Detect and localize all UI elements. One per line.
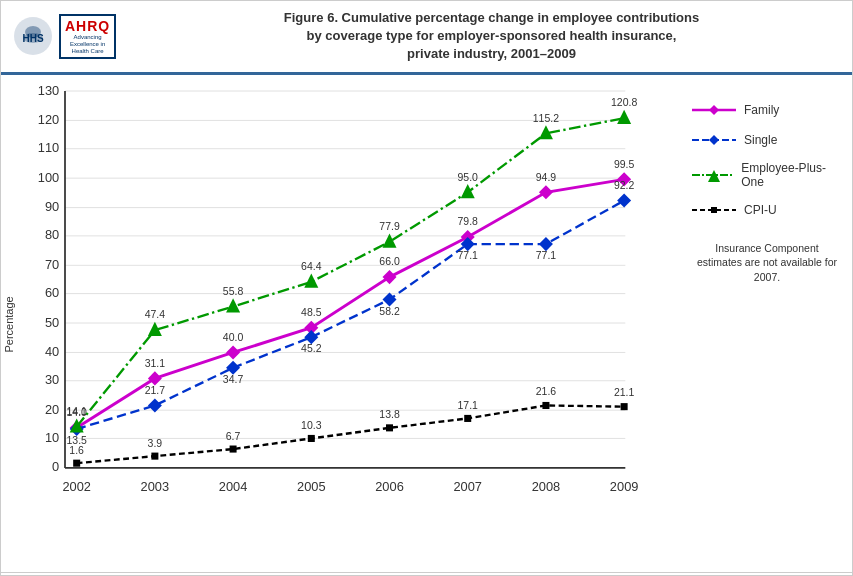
svg-rect-91 (386, 424, 393, 431)
svg-text:21.7: 21.7 (145, 383, 166, 395)
legend-single: Single (692, 131, 842, 149)
svg-text:77.9: 77.9 (379, 219, 400, 231)
legend-cpiu: CPI-U (692, 201, 842, 219)
legend-area: Family Single (682, 81, 852, 569)
svg-rect-94 (621, 403, 628, 410)
footer: Source: Center for Financing, Access, an… (1, 572, 852, 576)
svg-text:77.1: 77.1 (458, 249, 479, 261)
svg-rect-92 (464, 414, 471, 421)
header: HHS AHRQ AdvancingExcellence inHealth Ca… (1, 1, 852, 75)
svg-text:95.0: 95.0 (458, 170, 479, 182)
svg-text:2002: 2002 (62, 479, 91, 494)
svg-text:20: 20 (45, 401, 59, 416)
svg-text:40: 40 (45, 344, 59, 359)
svg-marker-108 (709, 135, 719, 145)
svg-marker-78 (617, 109, 631, 123)
svg-marker-62 (617, 193, 631, 207)
insurance-note: Insurance Component estimates are not av… (692, 241, 842, 285)
svg-text:60: 60 (45, 285, 59, 300)
svg-marker-41 (226, 345, 240, 359)
svg-text:0: 0 (52, 459, 59, 474)
svg-text:21.6: 21.6 (536, 384, 557, 396)
svg-text:6.7: 6.7 (226, 429, 241, 441)
y-axis-label: Percentage (1, 81, 21, 569)
legend-cpiu-label: CPI-U (744, 203, 777, 217)
svg-text:120: 120 (38, 111, 59, 126)
chart-svg: 0 10 20 30 40 50 60 70 80 90 100 110 120… (65, 91, 672, 539)
chart-plot: 0 10 20 30 40 50 60 70 80 90 100 110 120… (21, 81, 682, 569)
svg-text:47.4: 47.4 (145, 308, 166, 320)
legend-cpiu-line-icon (692, 201, 736, 219)
svg-text:94.9: 94.9 (536, 170, 557, 182)
svg-rect-88 (151, 452, 158, 459)
svg-text:14.1: 14.1 (66, 404, 87, 416)
svg-text:2009: 2009 (610, 479, 639, 494)
svg-text:17.1: 17.1 (458, 399, 479, 411)
svg-rect-89 (230, 445, 237, 452)
legend-family-label: Family (744, 103, 779, 117)
svg-rect-90 (308, 434, 315, 441)
svg-text:115.2: 115.2 (533, 111, 559, 123)
chart-inner: 0 10 20 30 40 50 60 70 80 90 100 110 120… (21, 81, 852, 569)
svg-text:2003: 2003 (141, 479, 170, 494)
svg-text:13.8: 13.8 (379, 408, 400, 420)
svg-text:80: 80 (45, 227, 59, 242)
svg-text:77.1: 77.1 (536, 249, 557, 261)
svg-point-3 (23, 33, 43, 43)
legend-single-label: Single (744, 133, 777, 147)
svg-marker-106 (709, 105, 719, 115)
svg-text:34.7: 34.7 (223, 373, 244, 385)
svg-text:110: 110 (38, 140, 59, 155)
svg-text:79.8: 79.8 (458, 215, 479, 227)
svg-rect-112 (711, 207, 717, 213)
svg-marker-76 (461, 184, 475, 198)
svg-text:92.2: 92.2 (614, 178, 635, 190)
svg-text:10.3: 10.3 (301, 419, 322, 431)
svg-text:70: 70 (45, 256, 59, 271)
legend-family-line-icon (692, 101, 736, 119)
legend-epo-line-icon (692, 166, 733, 184)
svg-text:90: 90 (45, 199, 59, 214)
svg-text:30: 30 (45, 372, 59, 387)
svg-text:100: 100 (38, 169, 59, 184)
svg-text:2005: 2005 (297, 479, 326, 494)
svg-text:45.2: 45.2 (301, 342, 322, 354)
svg-rect-87 (73, 459, 80, 466)
legend-epo-label: Employee-Plus-One (741, 161, 842, 189)
svg-text:2006: 2006 (375, 479, 404, 494)
svg-text:64.4: 64.4 (301, 260, 322, 272)
svg-text:58.2: 58.2 (379, 304, 400, 316)
svg-text:50: 50 (45, 314, 59, 329)
svg-text:31.1: 31.1 (145, 356, 166, 368)
legend-family: Family (692, 101, 842, 119)
svg-text:120.8: 120.8 (611, 96, 637, 108)
hhs-logo-icon: HHS (13, 16, 53, 56)
logo-area: HHS AHRQ AdvancingExcellence inHealth Ca… (13, 14, 143, 60)
ahrq-tagline: AdvancingExcellence inHealth Care (70, 34, 105, 56)
page-container: HHS AHRQ AdvancingExcellence inHealth Ca… (0, 0, 853, 576)
ahrq-logo: AHRQ AdvancingExcellence inHealth Care (59, 14, 116, 60)
svg-text:2007: 2007 (453, 479, 482, 494)
svg-text:66.0: 66.0 (379, 255, 400, 267)
svg-text:40.0: 40.0 (223, 330, 244, 342)
svg-rect-93 (542, 402, 549, 409)
legend-epo: Employee-Plus-One (692, 161, 842, 189)
ahrq-text: AHRQ (65, 18, 110, 34)
svg-text:21.1: 21.1 (614, 386, 635, 398)
chart-with-legend: 0 10 20 30 40 50 60 70 80 90 100 110 120… (21, 81, 852, 569)
chart-area: Percentage (1, 75, 852, 573)
svg-marker-74 (304, 273, 318, 287)
svg-text:99.5: 99.5 (614, 157, 635, 169)
svg-text:48.5: 48.5 (301, 305, 322, 317)
svg-text:2004: 2004 (219, 479, 248, 494)
svg-text:10: 10 (45, 429, 59, 444)
svg-text:55.8: 55.8 (223, 284, 244, 296)
svg-text:130: 130 (38, 82, 59, 97)
svg-text:3.9: 3.9 (148, 436, 163, 448)
svg-marker-43 (383, 270, 397, 284)
svg-marker-45 (539, 185, 553, 199)
chart-title: Figure 6. Cumulative percentage change i… (143, 9, 840, 64)
legend-single-line-icon (692, 131, 736, 149)
svg-text:2008: 2008 (532, 479, 561, 494)
svg-text:1.6: 1.6 (69, 443, 84, 455)
